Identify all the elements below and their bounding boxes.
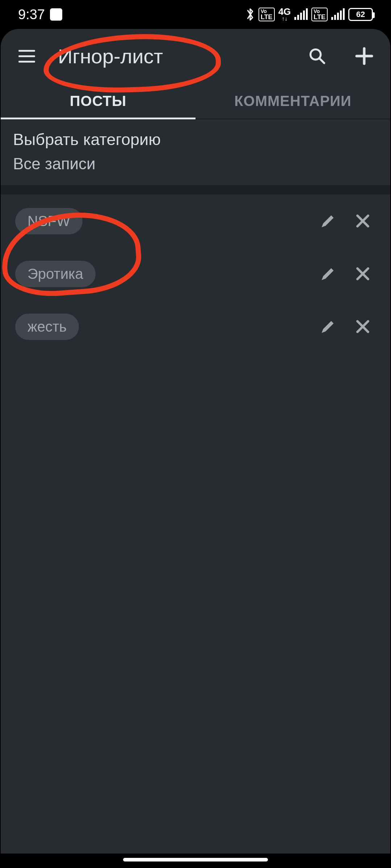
svg-line-1 [320, 59, 324, 63]
status-time: 9:37 [18, 7, 45, 22]
search-button[interactable] [306, 44, 329, 68]
edit-button[interactable] [315, 261, 341, 287]
close-icon [355, 319, 370, 334]
remove-button[interactable] [350, 261, 376, 287]
tab-label: ПОСТЫ [70, 93, 126, 109]
category-selector[interactable]: Выбрать категорию Все записи [1, 119, 390, 185]
home-indicator[interactable] [123, 858, 268, 861]
category-label: Выбрать категорию [13, 130, 378, 149]
tab-bar: ПОСТЫ КОММЕНТАРИИ [1, 83, 390, 119]
ignore-list: NSFW Эротика жесть [1, 195, 390, 353]
page-title: Игнор-лист [53, 44, 291, 68]
tag-chip[interactable]: NSFW [15, 208, 83, 234]
notification-icon [50, 8, 62, 21]
pencil-icon [320, 319, 336, 335]
tab-posts[interactable]: ПОСТЫ [1, 83, 196, 119]
tab-label: КОММЕНТАРИИ [234, 93, 352, 109]
remove-button[interactable] [350, 314, 376, 340]
battery-indicator: 62 [348, 8, 373, 21]
tag-chip[interactable]: Эротика [15, 261, 96, 287]
list-item: жесть [1, 300, 390, 353]
network-4g: 4G↑↓ [278, 8, 291, 21]
tag-chip[interactable]: жесть [15, 314, 79, 340]
volte-badge-2: VoLTE [311, 8, 328, 21]
divider [1, 185, 390, 195]
remove-button[interactable] [350, 208, 376, 234]
plus-icon [354, 46, 374, 66]
signal-bars-2 [331, 9, 345, 20]
tab-comments[interactable]: КОММЕНТАРИИ [196, 83, 390, 119]
search-icon [308, 47, 327, 65]
status-right: VoLTE 4G↑↓ VoLTE 62 [245, 7, 373, 22]
close-icon [355, 213, 370, 229]
list-item: Эротика [1, 247, 390, 300]
pencil-icon [320, 213, 336, 229]
volte-badge-1: VoLTE [258, 8, 275, 21]
app-toolbar: Игнор-лист [1, 29, 390, 83]
hamburger-icon[interactable] [15, 44, 38, 68]
bluetooth-icon [245, 7, 255, 22]
list-item: NSFW [1, 195, 390, 247]
signal-bars-1 [294, 9, 308, 20]
category-value: Все записи [13, 155, 378, 173]
edit-button[interactable] [315, 314, 341, 340]
status-bar: 9:37 VoLTE 4G↑↓ VoLTE 62 [0, 0, 391, 29]
add-button[interactable] [353, 44, 376, 68]
close-icon [355, 266, 370, 281]
pencil-icon [320, 266, 336, 282]
edit-button[interactable] [315, 208, 341, 234]
